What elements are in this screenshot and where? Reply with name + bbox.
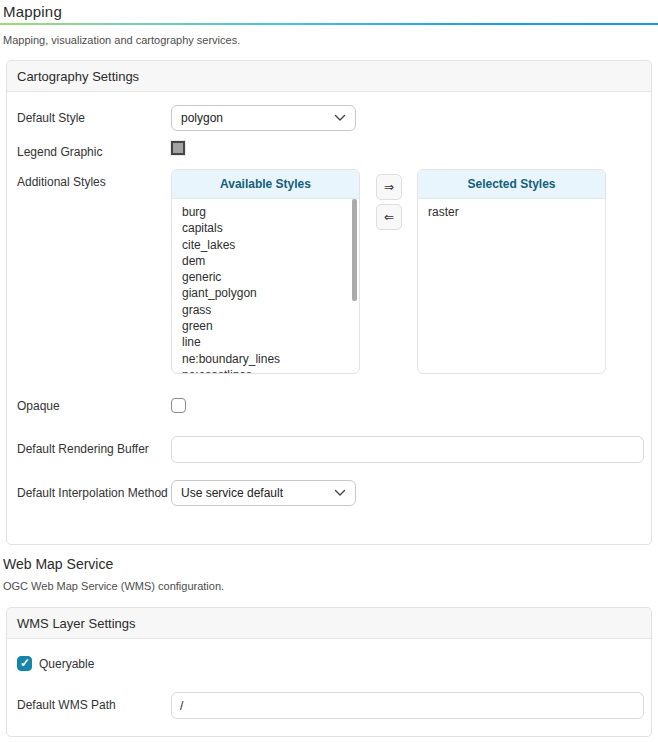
selected-styles-items[interactable]: raster [418, 199, 605, 374]
legend-graphic-label: Legend Graphic [11, 139, 171, 161]
default-wms-path-input[interactable] [171, 692, 644, 719]
scrollbar-thumb[interactable] [352, 199, 357, 301]
default-rendering-buffer-input[interactable] [171, 436, 644, 463]
move-buttons: ⇒ ⇐ [376, 174, 402, 374]
style-list-item[interactable]: raster [428, 204, 605, 220]
additional-styles-row: Additional Styles Available Styles burgc… [11, 161, 644, 374]
default-interpolation-value: Use service default [181, 486, 334, 500]
move-left-button[interactable]: ⇐ [376, 204, 402, 230]
selected-styles-header: Selected Styles [418, 170, 605, 199]
opaque-row: Opaque [11, 374, 644, 415]
style-list-item[interactable]: cite_lakes [182, 237, 359, 253]
default-interpolation-row: Default Interpolation Method Use service… [11, 463, 644, 506]
default-wms-path-label: Default WMS Path [11, 692, 171, 714]
style-list-item[interactable]: green [182, 318, 359, 334]
wms-panel-header: WMS Layer Settings [7, 608, 651, 639]
mapping-settings-page: Mapping Mapping, visualization and carto… [0, 0, 658, 742]
opaque-label: Opaque [11, 398, 171, 415]
chevron-down-icon [334, 489, 346, 497]
style-list-item[interactable]: ne:coastlines [182, 367, 359, 374]
style-list-item[interactable]: giant_polygon [182, 285, 359, 301]
opaque-checkbox[interactable] [171, 398, 186, 413]
default-rendering-buffer-label: Default Rendering Buffer [11, 436, 171, 458]
page-title: Mapping [0, 0, 658, 20]
default-style-row: Default Style polygon [11, 92, 644, 131]
wms-layer-settings-panel: WMS Layer Settings Queryable Default WMS… [6, 607, 652, 737]
wms-section-title: Web Map Service [0, 545, 658, 572]
move-right-button[interactable]: ⇒ [376, 174, 402, 200]
default-interpolation-select[interactable]: Use service default [171, 480, 356, 506]
style-list-item[interactable]: generic [182, 269, 359, 285]
queryable-label[interactable]: Queryable [39, 657, 94, 671]
legend-graphic-row: Legend Graphic [11, 131, 644, 161]
queryable-checkbox[interactable] [17, 656, 32, 671]
style-list-item[interactable]: burg [182, 204, 359, 220]
wms-section-subtitle: OGC Web Map Service (WMS) configuration. [0, 572, 658, 592]
available-styles-list[interactable]: Available Styles burgcapitalscite_lakesd… [171, 169, 360, 374]
default-rendering-buffer-row: Default Rendering Buffer [11, 415, 644, 463]
available-styles-header: Available Styles [172, 170, 359, 199]
legend-graphic-preview [171, 141, 185, 155]
wms-panel-title: WMS Layer Settings [17, 616, 136, 631]
cartography-settings-panel: Cartography Settings Default Style polyg… [6, 60, 652, 545]
default-wms-path-row: Default WMS Path [11, 671, 644, 719]
style-list-item[interactable]: line [182, 334, 359, 350]
queryable-row: Queryable [11, 639, 644, 671]
available-styles-items[interactable]: burgcapitalscite_lakesdemgenericgiant_po… [172, 199, 359, 374]
default-interpolation-label: Default Interpolation Method [11, 480, 171, 502]
default-style-value: polygon [181, 111, 334, 125]
default-style-label: Default Style [11, 105, 171, 127]
style-list-item[interactable]: ne:boundary_lines [182, 351, 359, 367]
styles-palette: Available Styles burgcapitalscite_lakesd… [171, 169, 606, 374]
cartography-panel-body: Default Style polygon Legend Graphic Add… [7, 92, 651, 506]
style-list-item[interactable]: grass [182, 302, 359, 318]
style-list-item[interactable]: capitals [182, 220, 359, 236]
cartography-panel-header: Cartography Settings [7, 61, 651, 92]
chevron-down-icon [334, 114, 346, 122]
default-style-select[interactable]: polygon [171, 105, 356, 131]
page-subtitle: Mapping, visualization and cartography s… [0, 25, 658, 46]
additional-styles-label: Additional Styles [11, 169, 171, 191]
style-list-item[interactable]: dem [182, 253, 359, 269]
wms-panel-body: Queryable Default WMS Path [7, 639, 651, 719]
selected-styles-list[interactable]: Selected Styles raster [417, 169, 606, 374]
cartography-panel-title: Cartography Settings [17, 69, 139, 84]
